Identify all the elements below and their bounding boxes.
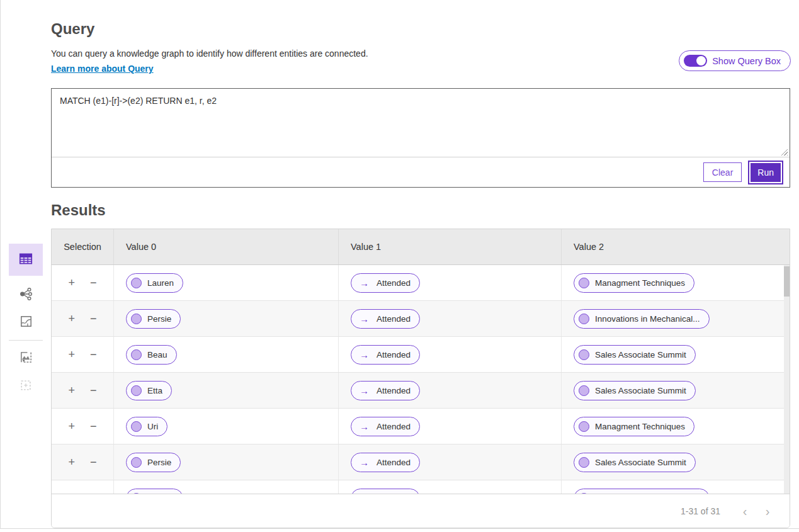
entity-node-icon — [131, 278, 142, 288]
entity-pill[interactable]: Managment Techniques — [574, 417, 694, 436]
add-to-map-icon — [19, 350, 33, 366]
table-row: + − Beau → Attended Sales Associate Summ… — [52, 337, 790, 373]
entity-pill[interactable]: Sales Associate Summit — [574, 453, 696, 472]
relationship-pill[interactable]: → Attended — [351, 381, 420, 400]
value0-cell: Lauren — [114, 480, 339, 494]
entity-pill[interactable]: Sales Associate Summit — [574, 345, 696, 365]
arrow-right-icon: → — [358, 386, 371, 395]
column-header-value1: Value 1 — [339, 229, 562, 264]
page-title: Query — [51, 20, 94, 38]
entity-label: Managment Techniques — [595, 422, 685, 431]
relationship-pill[interactable]: → Attended — [351, 453, 420, 472]
relationship-pill[interactable]: → Attended — [351, 417, 420, 436]
selection-cell: + − — [52, 265, 114, 300]
remove-from-selection-button[interactable]: − — [89, 455, 98, 469]
toggle-switch-icon[interactable] — [684, 55, 707, 67]
entity-node-icon — [579, 349, 589, 360]
remove-from-selection-button[interactable]: − — [89, 491, 98, 494]
value2-cell: Innovations in Mechanical... — [562, 301, 790, 336]
pagination-next-button[interactable]: › — [759, 503, 776, 519]
entity-pill[interactable]: Lauren — [126, 273, 183, 293]
value0-cell: Persie — [114, 301, 339, 336]
table-view-button[interactable] — [9, 244, 43, 276]
table-row: + − Lauren → Attended Managment Techniqu… — [52, 265, 790, 301]
arrow-right-icon: → — [358, 494, 371, 494]
query-input[interactable]: MATCH (e1)-[r]->(e2) RETURN e1, r, e2 — [52, 89, 790, 157]
relationship-pill[interactable]: → Attended — [351, 309, 420, 329]
entity-node-icon — [131, 421, 142, 432]
entity-label: Beau — [147, 350, 167, 359]
add-to-selection-button[interactable]: + — [67, 455, 76, 469]
add-to-selection-button[interactable]: + — [67, 276, 76, 290]
add-to-selection-button[interactable]: + — [67, 312, 76, 325]
map-view-button[interactable] — [9, 308, 43, 336]
show-query-box-toggle[interactable]: Show Query Box — [679, 50, 791, 71]
entity-node-icon — [131, 314, 142, 324]
results-view-rail — [9, 244, 43, 400]
value0-cell: Uri — [114, 409, 339, 444]
link-chart-view-button[interactable] — [9, 281, 43, 308]
run-button[interactable]: Run — [749, 162, 782, 183]
toggle-label: Show Query Box — [712, 56, 781, 66]
add-to-selection-button[interactable]: + — [67, 383, 76, 397]
rail-divider — [9, 340, 43, 341]
selection-tools-button[interactable] — [9, 372, 43, 400]
entity-label: Managment Techniques — [595, 278, 685, 288]
relationship-pill[interactable]: → Attended — [351, 345, 420, 365]
results-heading: Results — [51, 201, 106, 219]
value0-cell: Persie — [114, 444, 339, 480]
relationship-label: Attended — [377, 386, 411, 395]
arrow-right-icon: → — [358, 278, 371, 288]
results-table: Selection Value 0 Value 1 Value 2 + − La… — [51, 229, 790, 528]
table-row: + − Persie → Attended Sales Associate Su… — [52, 444, 790, 480]
selection-cell: + − — [52, 373, 114, 408]
relationship-pill[interactable]: → Attended — [351, 273, 420, 293]
table-row: + − Etta → Attended Sales Associate Summ… — [52, 373, 790, 409]
learn-more-link[interactable]: Learn more about Query — [51, 64, 154, 74]
table-row: + − Lauren → Attended Innovations in Mec… — [52, 480, 790, 494]
remove-from-selection-button[interactable]: − — [89, 276, 98, 290]
page-description: You can query a knowledge graph to ident… — [51, 48, 368, 59]
query-box: MATCH (e1)-[r]->(e2) RETURN e1, r, e2 Cl… — [51, 88, 790, 188]
relationship-label: Attended — [377, 314, 411, 324]
table-pagination-bar: 1-31 of 31 ‹ › — [52, 494, 790, 528]
remove-from-selection-button[interactable]: − — [89, 348, 98, 361]
entity-label: Sales Associate Summit — [595, 386, 686, 395]
add-to-map-button[interactable] — [9, 344, 43, 372]
entity-node-icon — [131, 385, 142, 396]
value2-cell: Sales Associate Summit — [562, 337, 790, 372]
entity-pill[interactable]: Lauren — [126, 489, 183, 494]
entity-pill[interactable]: Innovations in Mechanical... — [574, 309, 710, 329]
relationship-label: Attended — [377, 458, 411, 467]
value0-cell: Etta — [114, 373, 339, 408]
add-to-selection-button[interactable]: + — [67, 419, 76, 433]
value1-cell: → Attended — [339, 409, 562, 444]
entity-pill[interactable]: Etta — [126, 381, 172, 400]
entity-label: Innovations in Mechanical... — [595, 314, 700, 324]
entity-node-icon — [131, 349, 142, 360]
clear-button[interactable]: Clear — [703, 162, 742, 182]
entity-pill[interactable]: Sales Associate Summit — [574, 381, 696, 400]
entity-node-icon — [579, 457, 589, 468]
relationship-pill[interactable]: → Attended — [351, 489, 420, 494]
remove-from-selection-button[interactable]: − — [89, 312, 98, 325]
add-to-selection-button[interactable]: + — [67, 348, 76, 361]
remove-from-selection-button[interactable]: − — [89, 383, 98, 397]
entity-label: Etta — [147, 386, 162, 395]
arrow-right-icon: → — [358, 458, 371, 467]
entity-node-icon — [579, 493, 589, 494]
pagination-prev-button[interactable]: ‹ — [737, 503, 753, 519]
entity-pill[interactable]: Innovations in Mechanical... — [574, 489, 710, 494]
entity-pill[interactable]: Beau — [126, 345, 177, 365]
value1-cell: → Attended — [339, 337, 562, 372]
entity-pill[interactable]: Managment Techniques — [574, 273, 694, 293]
table-scrollbar-thumb[interactable] — [784, 266, 790, 297]
entity-pill[interactable]: Persie — [126, 453, 181, 472]
remove-from-selection-button[interactable]: − — [89, 419, 98, 433]
query-footer: Clear Run — [52, 157, 790, 187]
add-to-selection-button[interactable]: + — [67, 491, 76, 494]
selection-cell: + − — [52, 480, 114, 494]
relationship-label: Attended — [377, 422, 411, 431]
entity-pill[interactable]: Persie — [126, 309, 181, 329]
entity-pill[interactable]: Uri — [126, 417, 167, 436]
